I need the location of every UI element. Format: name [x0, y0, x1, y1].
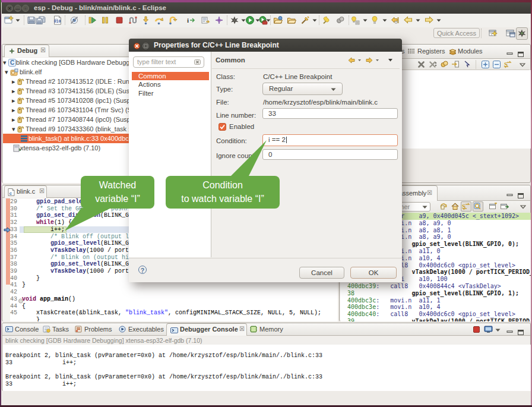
svg-text:c: c [10, 191, 12, 196]
svg-text:C: C [10, 59, 14, 66]
svg-text:i: i [187, 17, 189, 24]
svg-text:010: 010 [54, 20, 61, 24]
